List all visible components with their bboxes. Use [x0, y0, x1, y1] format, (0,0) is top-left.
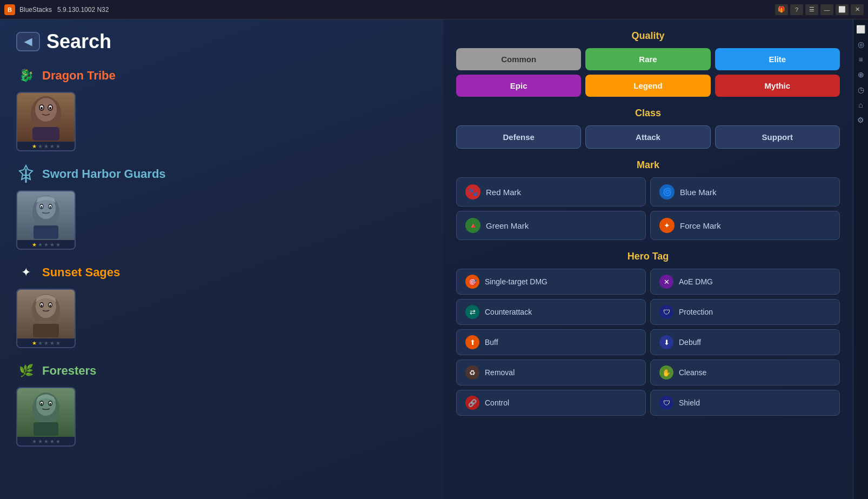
svg-point-27: [50, 304, 51, 307]
close-btn[interactable]: ✕: [851, 4, 864, 15]
strip-icon-7[interactable]: ⚙: [856, 115, 866, 125]
strip-icon-1[interactable]: ⬜: [856, 24, 866, 35]
help-btn[interactable]: ?: [790, 4, 803, 15]
quality-epic-btn[interactable]: Epic: [456, 75, 581, 97]
tribe-sunset-hero-stars: ★ ★ ★ ★ ★: [17, 338, 75, 347]
green-mark-icon: 🔺: [465, 218, 480, 233]
svg-rect-19: [34, 225, 58, 239]
mark-blue[interactable]: 🌀 Blue Mark: [650, 177, 840, 207]
tag-control-icon: 🔗: [465, 396, 479, 410]
tribe-sword-name: Sword Harbor Guards: [42, 167, 166, 181]
quality-mythic-btn[interactable]: Mythic: [715, 75, 840, 97]
class-grid: Defense Attack Support: [456, 125, 840, 149]
tribe-dragon-hero-image: [17, 93, 75, 142]
tag-removal[interactable]: ♻ Removal: [456, 360, 646, 385]
tag-debuff-label: Debuff: [679, 338, 701, 347]
hero-tag-section: Hero Tag 🎯 Single-target DMG ✕ AoE DMG ⇄…: [456, 251, 840, 416]
class-support-btn[interactable]: Support: [715, 125, 840, 149]
quality-rare-btn[interactable]: Rare: [585, 48, 710, 70]
strip-icon-3[interactable]: ≡: [856, 54, 866, 65]
red-mark-label: Red Mark: [486, 188, 521, 197]
tag-shield-label: Shield: [679, 398, 700, 407]
tribe-foresters-hero-image: [17, 388, 75, 437]
tribe-dragon-hero-card[interactable]: ★ ★ ★ ★ ★: [16, 92, 76, 151]
gift-btn[interactable]: 🎁: [775, 4, 788, 15]
tribe-sword-hero-image: [17, 191, 75, 240]
tag-control[interactable]: 🔗 Control: [456, 390, 646, 416]
tribe-foresters: 🌿 Foresters: [16, 361, 427, 447]
strip-icon-5[interactable]: ◷: [856, 84, 866, 95]
tag-debuff[interactable]: ⬇ Debuff: [650, 329, 840, 355]
tribe-sword-hero-card[interactable]: ★ ★ ★ ★ ★: [16, 190, 76, 250]
svg-point-35: [41, 403, 43, 405]
tribe-sunset-icon: ✦: [16, 263, 36, 282]
tag-counterattack-label: Counterattack: [485, 308, 532, 316]
tag-removal-label: Removal: [485, 368, 515, 377]
strip-icon-6[interactable]: ⌂: [856, 99, 866, 110]
blue-mark-icon: 🌀: [659, 184, 675, 199]
tribe-foresters-header: 🌿 Foresters: [16, 361, 427, 381]
mark-grid: 🐾 Red Mark 🌀 Blue Mark 🔺 Green Mark ✦ Fo…: [456, 177, 840, 240]
class-section: Class Defense Attack Support: [456, 108, 840, 149]
app-title: BlueStacks 5.9.130.1002 N32: [19, 6, 771, 14]
left-panel: ◀ Search 🐉 Dragon Tribe: [0, 19, 443, 499]
tribe-dragon-header: 🐉 Dragon Tribe: [16, 66, 427, 85]
hero-tag-grid: 🎯 Single-target DMG ✕ AoE DMG ⇄ Countera…: [456, 269, 840, 416]
tag-single-dmg[interactable]: 🎯 Single-target DMG: [456, 269, 646, 295]
svg-rect-28: [33, 324, 59, 337]
class-attack-btn[interactable]: Attack: [585, 125, 710, 149]
tribe-foresters-icon: 🌿: [16, 361, 36, 381]
strip-icon-2[interactable]: ◎: [856, 39, 866, 50]
tag-buff-label: Buff: [485, 338, 498, 347]
maximize-btn[interactable]: ⬜: [836, 4, 849, 15]
filter-panel: Quality Common Rare Elite Epic Legend My…: [443, 19, 853, 499]
tribe-sword-icon: [16, 164, 36, 184]
tribe-sunset: ✦ Sunset Sages: [16, 263, 427, 348]
tag-buff[interactable]: ⬆ Buff: [456, 329, 646, 355]
green-mark-label: Green Mark: [486, 221, 529, 230]
svg-point-18: [50, 206, 51, 208]
tag-single-dmg-label: Single-target DMG: [485, 277, 547, 286]
mark-title: Mark: [456, 159, 840, 171]
tag-protection[interactable]: 🛡 Protection: [650, 299, 840, 325]
back-button[interactable]: ◀: [16, 32, 40, 51]
tag-counterattack[interactable]: ⇄ Counterattack: [456, 299, 646, 325]
quality-elite-btn[interactable]: Elite: [715, 48, 840, 70]
tribe-sword: Sword Harbor Guards: [16, 164, 427, 250]
tag-debuff-icon: ⬇: [659, 335, 673, 349]
tribe-sunset-hero-card[interactable]: ★ ★ ★ ★ ★: [16, 289, 76, 348]
tribe-foresters-hero-card[interactable]: ★ ★ ★ ★ ★: [16, 387, 76, 447]
svg-point-7: [49, 107, 51, 109]
hero-tag-title: Hero Tag: [456, 251, 840, 262]
class-defense-btn[interactable]: Defense: [456, 125, 581, 149]
svg-point-36: [50, 403, 51, 405]
tag-shield[interactable]: 🛡 Shield: [650, 390, 840, 416]
mark-green[interactable]: 🔺 Green Mark: [456, 211, 646, 240]
tribe-sword-header: Sword Harbor Guards: [16, 164, 427, 184]
tribe-dragon-name: Dragon Tribe: [42, 69, 116, 83]
tribe-foresters-hero-stars: ★ ★ ★ ★ ★: [17, 437, 75, 445]
mark-force[interactable]: ✦ Force Mark: [650, 211, 840, 240]
tribe-foresters-name: Foresters: [42, 364, 96, 378]
svg-point-26: [41, 304, 43, 307]
tag-aoe-dmg-icon: ✕: [659, 275, 673, 289]
svg-point-17: [41, 206, 43, 208]
red-mark-icon: 🐾: [465, 184, 480, 199]
window-controls: 🎁 ? ☰ — ⬜ ✕: [775, 4, 864, 15]
tribe-sunset-name: Sunset Sages: [42, 265, 120, 280]
minimize-btn[interactable]: —: [820, 4, 833, 15]
force-mark-icon: ✦: [659, 218, 675, 233]
menu-btn[interactable]: ☰: [805, 4, 818, 15]
tag-aoe-dmg[interactable]: ✕ AoE DMG: [650, 269, 840, 295]
tag-cleanse[interactable]: ✋ Cleanse: [650, 360, 840, 385]
tag-single-dmg-icon: 🎯: [465, 275, 479, 289]
titlebar: B BlueStacks 5.9.130.1002 N32 🎁 ? ☰ — ⬜ …: [0, 0, 868, 19]
svg-point-6: [41, 107, 43, 109]
quality-title: Quality: [456, 30, 840, 42]
strip-icon-4[interactable]: ⊕: [856, 69, 866, 80]
quality-legend-btn[interactable]: Legend: [585, 75, 710, 97]
mark-red[interactable]: 🐾 Red Mark: [456, 177, 646, 207]
force-mark-label: Force Mark: [680, 221, 721, 230]
svg-rect-37: [34, 422, 58, 436]
quality-common-btn[interactable]: Common: [456, 48, 581, 70]
